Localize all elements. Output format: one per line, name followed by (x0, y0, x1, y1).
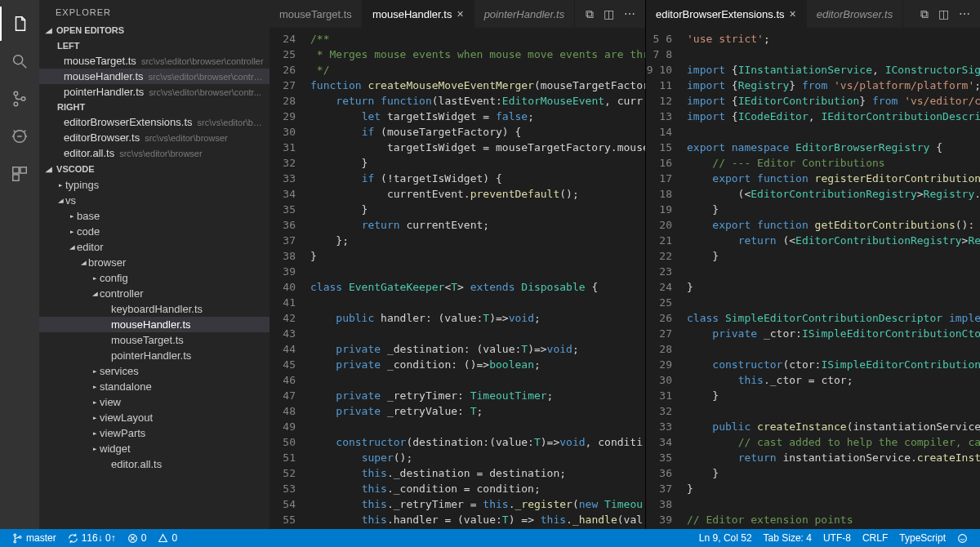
open-editors-label: OPEN EDITORS (56, 25, 124, 35)
tree-file[interactable]: mouseHandler.ts (39, 317, 270, 332)
open-editor-item[interactable]: mouseHandler.tssrc\vs\editor\browser\con… (39, 69, 270, 84)
svg-point-8 (14, 534, 16, 536)
explorer-icon[interactable] (0, 7, 39, 41)
tree-folder[interactable]: ▸ config (39, 270, 270, 286)
indentation[interactable]: Tab Size: 4 (758, 532, 817, 544)
more-icon[interactable]: ⋯ (959, 7, 970, 20)
problems-errors[interactable]: 0 (122, 532, 153, 544)
tree-folder[interactable]: ▸ code (39, 224, 270, 239)
svg-point-12 (959, 534, 967, 542)
split-editor-icon[interactable]: ◫ (604, 7, 614, 20)
tree-folder[interactable]: ◢ browser (39, 255, 270, 270)
editor-tab[interactable]: mouseHandler.ts× (363, 0, 474, 28)
open-editor-item[interactable]: editor.all.tssrc\vs\editor\browser (39, 145, 270, 161)
svg-point-2 (14, 102, 18, 106)
copy-icon[interactable]: ⧉ (586, 7, 594, 21)
open-editor-item[interactable]: mouseTarget.tssrc\vs\editor\browser\cont… (39, 53, 270, 69)
tree-file[interactable]: mouseTarget.ts (39, 332, 270, 348)
encoding[interactable]: UTF-8 (817, 532, 857, 544)
editor-tab[interactable]: editorBrowser.ts (807, 0, 903, 28)
editor-tab[interactable]: editorBrowserExtensions.ts× (646, 0, 807, 28)
folder-label: VSCODE (56, 164, 94, 174)
activity-bar (0, 0, 39, 529)
editor-tab[interactable]: pointerHandler.ts (474, 0, 576, 28)
sidebar: EXPLORER ◢ OPEN EDITORS LEFTmouseTarget.… (39, 0, 270, 529)
svg-point-1 (14, 91, 18, 96)
svg-point-9 (14, 540, 16, 543)
editor-group-label: LEFT (39, 38, 270, 53)
svg-point-10 (19, 536, 21, 538)
editor-area: mouseTarget.tsmouseHandler.ts×pointerHan… (270, 0, 980, 529)
split-editor-icon[interactable]: ◫ (938, 7, 949, 20)
editor-tab[interactable]: mouseTarget.ts (270, 0, 363, 28)
source-control-icon[interactable] (0, 82, 39, 116)
editor-pane-right: editorBrowserExtensions.ts×editorBrowser… (645, 0, 980, 529)
svg-point-0 (14, 56, 23, 64)
open-editor-item[interactable]: pointerHandler.tssrc\vs\editor\browser\c… (39, 84, 270, 100)
svg-point-3 (21, 97, 25, 101)
folder-header[interactable]: ◢ VSCODE (39, 161, 270, 177)
tree-folder[interactable]: ◢ controller (39, 286, 270, 301)
file-tree: ▸ typings◢ vs▸ base▸ code◢ editor◢ brows… (39, 177, 270, 529)
open-editor-item[interactable]: editorBrowserExtensions.tssrc\vs\editor\… (39, 114, 270, 130)
code-editor[interactable]: 5 6 7 8 9 10 11 12 13 14 15 16 17 18 19 … (646, 28, 980, 529)
tree-file[interactable]: pointerHandler.ts (39, 348, 270, 363)
open-editors-list: LEFTmouseTarget.tssrc\vs\editor\browser\… (39, 38, 270, 161)
tab-bar: mouseTarget.tsmouseHandler.ts×pointerHan… (270, 0, 645, 28)
feedback-icon[interactable] (951, 533, 973, 544)
tree-folder[interactable]: ▸ services (39, 363, 270, 379)
problems-warnings[interactable]: 0 (152, 532, 183, 544)
cursor-position[interactable]: Ln 9, Col 52 (693, 532, 758, 544)
tree-folder[interactable]: ▸ widget (39, 441, 270, 456)
search-icon[interactable] (0, 44, 39, 78)
open-editors-header[interactable]: ◢ OPEN EDITORS (39, 22, 270, 38)
svg-rect-7 (13, 175, 19, 180)
status-bar: master 116↓ 0↑ 0 0 Ln 9, Col 52 Tab Size… (0, 529, 980, 547)
copy-icon[interactable]: ⧉ (920, 7, 929, 21)
svg-rect-6 (20, 167, 26, 173)
tree-folder[interactable]: ▸ viewParts (39, 425, 270, 441)
close-icon[interactable]: × (457, 7, 463, 20)
tree-file[interactable]: keyboardHandler.ts (39, 301, 270, 317)
language-mode[interactable]: TypeScript (893, 532, 951, 544)
editor-pane-left: mouseTarget.tsmouseHandler.ts×pointerHan… (270, 0, 645, 529)
debug-icon[interactable] (0, 119, 39, 153)
open-editor-item[interactable]: editorBrowser.tssrc\vs\editor\browser (39, 130, 270, 145)
git-sync[interactable]: 116↓ 0↑ (62, 532, 122, 544)
tree-folder[interactable]: ▸ typings (39, 177, 270, 193)
tree-folder[interactable]: ◢ vs (39, 193, 270, 208)
git-branch[interactable]: master (7, 532, 62, 544)
code-editor[interactable]: 24 25 26 27 28 29 30 31 32 33 34 35 36 3… (270, 28, 645, 529)
svg-rect-5 (13, 167, 19, 173)
eol[interactable]: CRLF (857, 532, 893, 544)
tree-folder[interactable]: ▸ standalone (39, 379, 270, 394)
tree-folder[interactable]: ▸ base (39, 208, 270, 224)
extensions-icon[interactable] (0, 157, 39, 191)
tab-bar: editorBrowserExtensions.ts×editorBrowser… (646, 0, 980, 28)
more-icon[interactable]: ⋯ (624, 7, 635, 20)
close-icon[interactable]: × (790, 7, 796, 20)
tree-file[interactable]: editor.all.ts (39, 456, 270, 472)
tree-folder[interactable]: ◢ editor (39, 239, 270, 255)
tree-folder[interactable]: ▸ viewLayout (39, 410, 270, 425)
sidebar-title: EXPLORER (39, 0, 270, 22)
tree-folder[interactable]: ▸ view (39, 394, 270, 410)
editor-group-label: RIGHT (39, 100, 270, 114)
